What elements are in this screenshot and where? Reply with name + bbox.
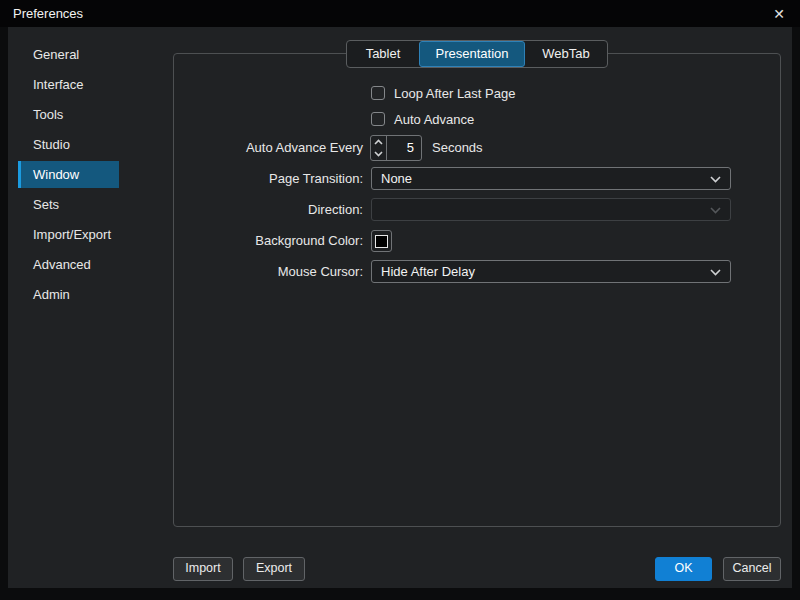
seconds-unit-label: Seconds — [432, 140, 483, 155]
auto-advance-every-label: Auto Advance Every — [143, 140, 363, 155]
auto-advance-every-stepper: 5 — [370, 135, 422, 161]
sidebar-item-import-export[interactable]: Import/Export — [18, 221, 119, 248]
auto-advance-row: Auto Advance — [371, 111, 474, 127]
tab-webtab[interactable]: WebTab — [525, 41, 607, 67]
cancel-button[interactable]: Cancel — [723, 557, 781, 581]
auto-advance-seconds-input[interactable]: 5 — [387, 136, 421, 160]
settings-panel — [173, 53, 781, 527]
dialog-body: General Interface Tools Studio Window Se… — [8, 27, 792, 588]
background-color-button[interactable] — [371, 230, 392, 252]
export-button[interactable]: Export — [243, 557, 305, 581]
auto-advance-checkbox[interactable] — [371, 112, 385, 126]
title-bar: Preferences ✕ — [0, 0, 800, 27]
chevron-down-icon — [710, 202, 721, 217]
sidebar-item-studio[interactable]: Studio — [18, 131, 119, 158]
tab-presentation[interactable]: Presentation — [419, 41, 525, 67]
page-transition-dropdown[interactable]: None — [371, 167, 731, 190]
sidebar-item-interface[interactable]: Interface — [18, 71, 119, 98]
spinner-up-icon[interactable] — [371, 136, 386, 148]
close-icon[interactable]: ✕ — [768, 0, 790, 27]
loop-after-last-page-checkbox[interactable] — [371, 86, 385, 100]
mouse-cursor-dropdown[interactable]: Hide After Delay — [371, 260, 731, 283]
import-button[interactable]: Import — [173, 557, 233, 581]
tab-tablet[interactable]: Tablet — [347, 41, 419, 67]
direction-label: Direction: — [143, 202, 363, 217]
mouse-cursor-label: Mouse Cursor: — [143, 264, 363, 279]
spinner-down-icon[interactable] — [371, 148, 386, 160]
loop-after-last-page-label: Loop After Last Page — [394, 86, 515, 101]
sidebar-item-admin[interactable]: Admin — [18, 281, 119, 308]
sidebar-item-window[interactable]: Window — [18, 161, 119, 188]
sidebar-item-general[interactable]: General — [18, 41, 119, 68]
ok-button[interactable]: OK — [655, 557, 712, 581]
direction-dropdown — [371, 198, 731, 221]
stepper-buttons — [371, 136, 387, 160]
chevron-down-icon — [710, 264, 721, 279]
color-swatch — [375, 235, 388, 248]
chevron-down-icon — [710, 171, 721, 186]
mouse-cursor-value: Hide After Delay — [381, 264, 475, 279]
sidebar-item-tools[interactable]: Tools — [18, 101, 119, 128]
loop-after-last-page-row: Loop After Last Page — [371, 85, 515, 101]
window-title: Preferences — [0, 6, 83, 21]
tab-bar: Tablet Presentation WebTab — [346, 40, 608, 68]
page-transition-label: Page Transition: — [143, 171, 363, 186]
preferences-dialog: Preferences ✕ General Interface Tools St… — [0, 0, 800, 600]
page-transition-value: None — [381, 171, 412, 186]
auto-advance-label: Auto Advance — [394, 112, 474, 127]
background-color-label: Background Color: — [143, 233, 363, 248]
sidebar-item-advanced[interactable]: Advanced — [18, 251, 119, 278]
sidebar-item-sets[interactable]: Sets — [18, 191, 119, 218]
sidebar: General Interface Tools Studio Window Se… — [18, 41, 119, 311]
